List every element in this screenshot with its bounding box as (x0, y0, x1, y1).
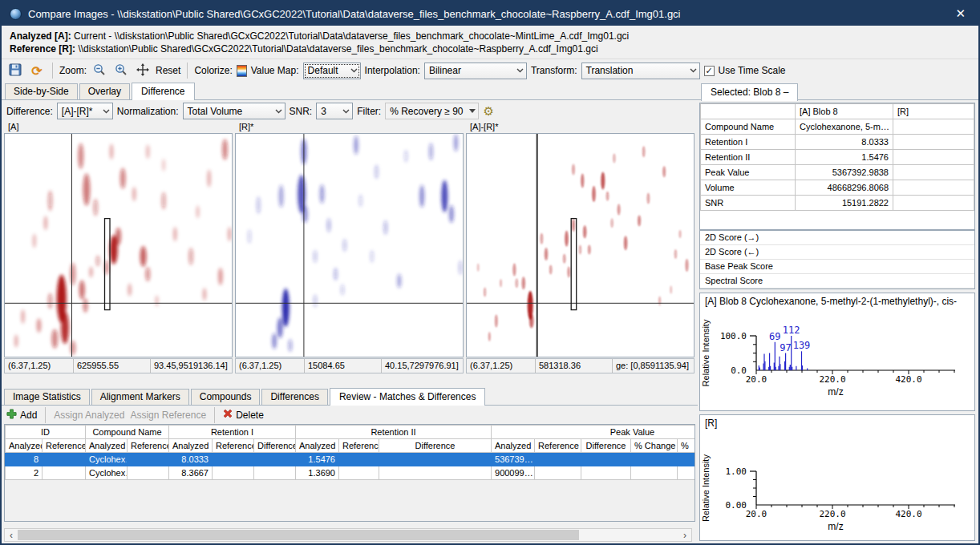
blob-col-r-header[interactable]: [R] (893, 104, 974, 119)
image-panel-title: [A] (4, 122, 233, 133)
review-table: IDCompound NameRetention IRetention IIPe… (4, 424, 695, 522)
bottom-tab-1[interactable]: Alignment Markers (91, 389, 189, 405)
chromatogram-image-0[interactable] (4, 133, 233, 357)
column-header[interactable]: Difference (581, 439, 631, 453)
svg-text:Relative Intensity: Relative Intensity (701, 319, 711, 386)
status-segment: 625955.55 (74, 359, 151, 373)
use-time-scale-label: Use Time Scale (719, 65, 786, 76)
image-panel-title: [A]-[R]* (466, 122, 695, 133)
view-tab-2[interactable]: Difference (132, 83, 194, 100)
difference-select[interactable]: [A]-[R]* (57, 103, 113, 119)
spectrum-reference-panel: [R] 20.0220.0420.0m/z1.000.00Relative In… (699, 414, 975, 541)
scroll-left-icon[interactable]: ‹ (5, 529, 18, 541)
assign-reference-button[interactable]: Assign Reference (130, 410, 206, 421)
snr-select[interactable]: 3 (316, 103, 353, 119)
column-header[interactable]: Reference (43, 439, 86, 453)
column-group-header[interactable]: Compound Name (86, 426, 169, 439)
interpolation-select[interactable]: Bilinear (424, 63, 527, 79)
toolbar-separator (187, 63, 188, 79)
bottom-tab-3[interactable]: Differences (261, 389, 327, 405)
blob-info-row[interactable]: Retention I8.0333 (701, 135, 974, 150)
column-group-header[interactable]: ID (6, 426, 86, 439)
column-header[interactable]: Analyzed (86, 439, 128, 453)
column-header[interactable]: Analyzed (6, 439, 43, 453)
score-row: 2D Score (←) (700, 245, 974, 260)
blob-col-a-header[interactable]: [A] Blob 8 (796, 104, 893, 119)
column-group-header[interactable]: Retention II (296, 426, 492, 439)
image-panel-2: [A]-[R]*(6.37,1.25)581318.36ge: [0,85911… (466, 122, 695, 373)
svg-text:20.0: 20.0 (746, 374, 767, 385)
close-icon[interactable]: ✕ (950, 6, 970, 21)
chromatogram-image-1[interactable] (235, 133, 464, 357)
bottom-tab-2[interactable]: Compounds (191, 389, 261, 405)
selected-blob-tab[interactable]: Selected: Blob 8 – (701, 83, 798, 101)
zoom-in-icon (115, 63, 128, 79)
svg-text:97: 97 (780, 342, 791, 353)
add-button[interactable]: Add (6, 409, 37, 422)
blob-info-row[interactable]: Volume48668296.8068 (701, 180, 974, 196)
blob-info-row[interactable]: Retention II1.5476 (701, 150, 974, 165)
image-panel-title: [R]* (235, 122, 464, 133)
status-segment: (6.37,1.25) (467, 359, 536, 373)
chromatogram-image-2[interactable] (466, 133, 695, 357)
value-map-select[interactable]: Default (303, 63, 361, 79)
transform-select[interactable]: Translation (581, 63, 700, 79)
column-header[interactable]: Reference (213, 439, 254, 453)
delete-button[interactable]: Delete (223, 409, 264, 421)
column-header[interactable]: % Change (631, 439, 678, 453)
refresh-button[interactable]: ⟳ (28, 62, 46, 79)
zoom-in-button[interactable] (112, 62, 130, 79)
blob-info-row[interactable]: SNR15191.2822 (701, 196, 974, 211)
difference-controls: Difference: [A]-[R]* Normalization: Tota… (2, 100, 698, 122)
colorize-colormap-icon[interactable] (237, 65, 247, 77)
scrollbar-thumb[interactable] (18, 530, 579, 540)
svg-text:Relative Intensity: Relative Intensity (701, 454, 711, 522)
toolbar-separator (214, 407, 215, 423)
save-button[interactable] (6, 62, 24, 79)
reset-label[interactable]: Reset (156, 65, 180, 76)
review-toolbar: Add Assign Analyzed Assign Reference Del… (2, 406, 698, 424)
interpolation-label: Interpolation: (365, 65, 420, 76)
column-header[interactable]: Reference (128, 439, 169, 453)
difference-label: Difference: (6, 106, 53, 117)
gear-icon[interactable]: ⚙ (483, 106, 493, 117)
column-header[interactable]: Reference (339, 439, 379, 453)
transform-label: Transform: (531, 65, 577, 76)
blob-info-panel: [A] Blob 8[R]Compound NameCyclohexanone,… (699, 103, 975, 289)
reference-label: Reference [R]: (10, 43, 75, 54)
column-header[interactable]: Analyzed (169, 439, 213, 453)
column-header[interactable]: Reference (535, 439, 581, 453)
blob-info-row[interactable]: Peak Value5367392.9838 (701, 165, 974, 180)
column-header[interactable]: Difference (254, 439, 296, 453)
scroll-right-icon[interactable]: › (678, 529, 691, 541)
pan-icon (136, 63, 149, 79)
pan-reset-button[interactable] (134, 62, 152, 79)
column-group-header[interactable]: Peak Value (492, 426, 695, 439)
bottom-tab-row: Image StatisticsAlignment MarkersCompoun… (2, 387, 698, 406)
view-tab-1[interactable]: Overlay (79, 83, 130, 99)
normalization-select[interactable]: Total Volume (183, 103, 285, 119)
bottom-tab-4[interactable]: Review - Matches & Differences (330, 388, 486, 406)
horizontal-scrollbar[interactable]: ‹ › (4, 528, 692, 542)
table-row[interactable]: 2Cyclohex…8.36671.3690900099… (6, 466, 696, 480)
analyzed-label: Analyzed [A]: (10, 30, 71, 42)
filter-select[interactable]: % Recovery ≥ 90 (385, 103, 479, 119)
use-time-scale-checkbox[interactable]: ✓ (704, 66, 715, 76)
view-tab-0[interactable]: Side-by-Side (5, 83, 78, 99)
blob-table-filler (700, 211, 974, 229)
column-header[interactable]: Difference (379, 439, 492, 453)
column-header[interactable]: % (678, 439, 695, 453)
column-group-header[interactable]: Retention I (169, 426, 296, 439)
table-row[interactable]: 8Cyclohex…8.03331.5476536739… (6, 453, 696, 466)
main-content: Difference: [A]-[R]* Normalization: Tota… (2, 100, 978, 545)
app-icon (10, 8, 22, 20)
zoom-out-button[interactable] (91, 62, 108, 79)
column-header[interactable]: Analyzed (492, 439, 535, 453)
image-panel-0: [A](6.37,1.25)625955.5593.45,9519136.14] (4, 122, 233, 373)
blob-info-row[interactable]: Compound NameCyclohexanone, 5-m… (701, 119, 974, 135)
bottom-tab-0[interactable]: Image Statistics (4, 389, 90, 405)
svg-text:139: 139 (793, 340, 811, 351)
column-header[interactable]: Analyzed (296, 439, 339, 453)
chevron-down-icon (348, 63, 360, 79)
assign-analyzed-button[interactable]: Assign Analyzed (54, 410, 124, 421)
